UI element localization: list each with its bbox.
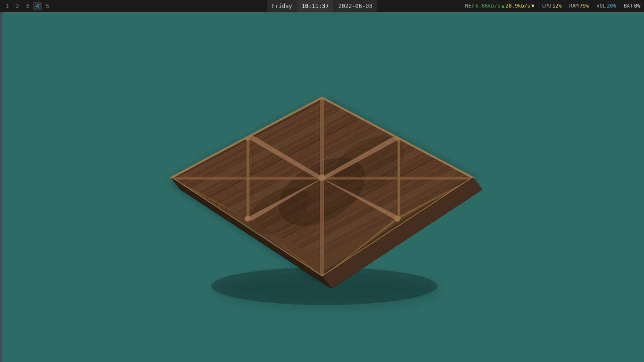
workspace-tab-2[interactable]: 2 — [13, 2, 22, 10]
net-down-arrow: ▼ — [531, 0, 535, 12]
bat-stat: BAT 0% — [620, 0, 644, 12]
net-down-value: 28.9kb/s — [505, 0, 530, 12]
workspace-tabs: 1 2 3 4 5 — [0, 2, 55, 10]
topbar-day: Friday — [267, 0, 297, 12]
bat-label: BAT — [624, 0, 633, 12]
topbar-date: 2022-06-03 — [333, 0, 377, 12]
net-stat: NET 6.86kb/s ▲ 28.9kb/s ▼ — [462, 0, 538, 12]
topbar: 1 2 3 4 5 Friday 10:11:37 2022-06-03 NET… — [0, 0, 644, 12]
svg-marker-68 — [397, 137, 400, 220]
vol-stat: VOL 20% — [593, 0, 620, 12]
topbar-stats: NET 6.86kb/s ▲ 28.9kb/s ▼ CPU 12% RAM 79… — [462, 0, 644, 12]
net-label: NET — [465, 0, 475, 12]
crate-container — [162, 50, 482, 324]
main-content — [0, 12, 644, 362]
svg-marker-67 — [247, 137, 249, 220]
ram-value: 79% — [579, 0, 589, 12]
bat-value: 0% — [634, 0, 640, 12]
cpu-value: 12% — [553, 0, 562, 12]
cpu-stat: CPU 12% — [538, 0, 566, 12]
cpu-label: CPU — [542, 0, 552, 12]
workspace-tab-3[interactable]: 3 — [23, 2, 32, 10]
net-up-arrow: ▲ — [501, 0, 504, 12]
topbar-time: 10:11:37 — [297, 0, 334, 12]
svg-marker-54 — [320, 98, 324, 277]
svg-point-75 — [245, 216, 250, 222]
vol-value: 20% — [607, 0, 616, 12]
ram-stat: RAM 79% — [565, 0, 593, 12]
workspace-tab-1[interactable]: 1 — [3, 2, 12, 10]
svg-point-73 — [319, 174, 325, 181]
left-edge-overlay — [0, 12, 4, 362]
crate-top-face — [169, 95, 475, 279]
ram-label: RAM — [569, 0, 578, 12]
vol-label: VOL — [596, 0, 606, 12]
workspace-tab-4[interactable]: 4 — [33, 2, 42, 10]
crate-svg — [162, 50, 482, 324]
workspace-tab-5[interactable]: 5 — [43, 2, 52, 10]
svg-point-76 — [395, 216, 400, 222]
topbar-center: Friday 10:11:37 2022-06-03 — [267, 0, 377, 12]
net-up-value: 6.86kb/s — [475, 0, 500, 12]
